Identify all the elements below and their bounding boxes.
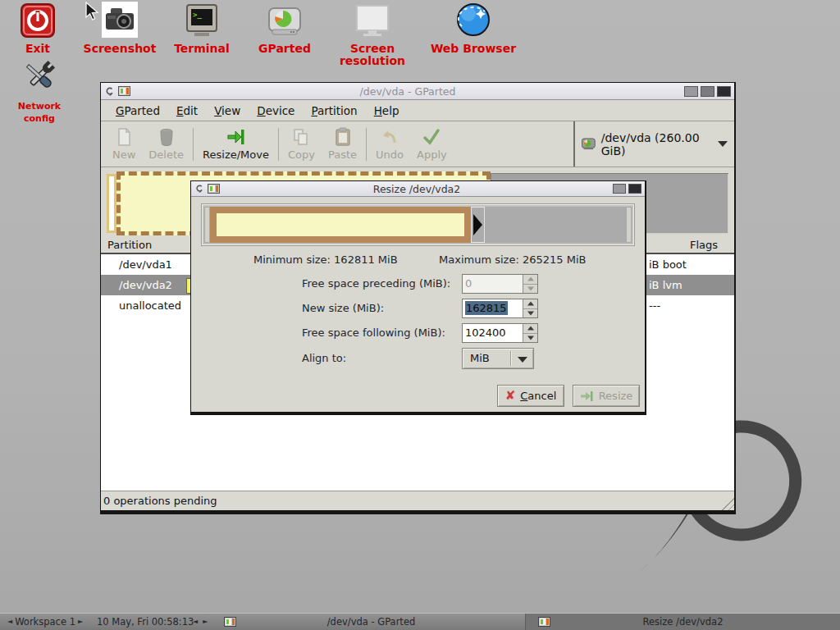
column-header-flags[interactable]: Flags <box>642 239 734 255</box>
task-button-gparted[interactable]: /dev/vda - GParted <box>217 614 525 630</box>
copy-button[interactable]: Copy <box>281 125 322 163</box>
desktop-icon-label: Screen resolution <box>340 42 405 67</box>
statusbar: 0 operations pending <box>101 491 734 510</box>
workspace-label: Workspace 1 <box>15 616 75 628</box>
task-label: /dev/vda - GParted <box>217 616 525 628</box>
flags-fragment: --- <box>649 295 660 316</box>
mouse-cursor <box>84 2 101 21</box>
minimum-size-label: Minimum size: 162811 MiB <box>253 253 398 266</box>
resize-grip[interactable] <box>721 497 734 510</box>
align-to-dropdown[interactable]: MiB <box>462 348 534 369</box>
desktop-icon-exit[interactable]: Exit <box>12 3 63 55</box>
free-space-following-row: Free space following (MiB): 102400 <box>191 323 645 343</box>
gparted-disk-icon <box>267 5 302 38</box>
cancel-button[interactable]: ✘ Cancel <box>497 385 564 407</box>
undo-button[interactable]: Undo <box>369 125 410 163</box>
paste-button[interactable]: Paste <box>322 125 363 163</box>
right-resize-handle[interactable] <box>471 207 485 243</box>
new-icon <box>115 127 133 147</box>
align-to-row: Align to: MiB <box>191 348 645 369</box>
desktop-icon-terminal[interactable]: >_ Terminal <box>167 3 237 55</box>
field-label: Align to: <box>302 348 346 369</box>
main-titlebar[interactable]: /dev/vda - GParted <box>101 83 734 100</box>
arrow-right-icon[interactable]: ► <box>75 618 85 626</box>
menu-partition[interactable]: Partition <box>303 102 365 120</box>
pager-arrows[interactable]: ◄ ► <box>190 614 210 630</box>
device-label: /dev/vda (260.00 GiB) <box>601 131 712 158</box>
menu-device[interactable]: Device <box>249 102 303 120</box>
resize-move-button[interactable]: Resize/Move <box>196 125 276 163</box>
task-button-resize-dialog[interactable]: Resize /dev/vda2 <box>525 614 840 630</box>
toolbar-separator <box>278 128 279 161</box>
apply-button[interactable]: Apply <box>410 125 454 163</box>
new-button[interactable]: New <box>106 125 142 163</box>
debian-swirl-icon <box>194 184 204 194</box>
flags-fragment: iB boot <box>649 254 687 275</box>
desktop-icon-label: Terminal <box>174 42 230 55</box>
toolbar: New Delete Resize/Move Copy Paste <box>101 121 734 167</box>
desktop-icon-web-browser[interactable]: Web Browser <box>428 2 518 55</box>
resize-button[interactable]: Resize <box>573 385 640 407</box>
arrow-right-icon <box>473 214 482 235</box>
new-size-spinner[interactable]: 162815 <box>462 299 538 318</box>
chevron-down-icon <box>518 357 527 363</box>
partition-resize-area[interactable] <box>210 207 471 243</box>
spin-down-icon <box>523 285 537 294</box>
spin-buttons[interactable] <box>523 299 537 317</box>
taskbar: ◄ Workspace 1 ► 10 May, Fri 00:58:13 ◄ ►… <box>0 613 840 630</box>
desktop-icon-label: Exit <box>25 42 50 55</box>
partition-fill <box>217 213 464 236</box>
resize-dialog: Resize /dev/vda2 Minimum size: 162811 Mi… <box>190 180 646 415</box>
paste-icon <box>334 127 352 147</box>
spin-down-icon <box>523 334 537 343</box>
device-selector[interactable]: /dev/vda (260.00 GiB) <box>573 121 734 167</box>
menu-view[interactable]: View <box>206 102 249 120</box>
spin-buttons[interactable] <box>523 324 537 342</box>
debian-swirl-icon <box>104 86 115 97</box>
desktop-icon-label: Network config <box>18 101 61 124</box>
menu-edit[interactable]: Edit <box>168 102 206 120</box>
task-label: Resize /dev/vda2 <box>526 616 840 628</box>
menu-gparted[interactable]: GParted <box>107 102 168 120</box>
spin-up-icon <box>523 275 537 285</box>
close-button[interactable] <box>717 86 731 97</box>
toolbar-separator <box>193 128 194 161</box>
copy-icon <box>291 127 311 147</box>
workspace-switcher[interactable]: ◄ Workspace 1 ► <box>5 614 85 630</box>
partition-segment-vda1[interactable] <box>107 174 116 233</box>
desktop-icon-screen-resolution[interactable]: Screen resolution <box>318 5 427 67</box>
arrow-left-icon[interactable]: ◄ <box>5 618 15 626</box>
globe-icon <box>455 2 491 38</box>
shade-button[interactable] <box>684 86 698 97</box>
monitor-icon <box>354 5 390 38</box>
right-edge-grip[interactable] <box>626 207 632 243</box>
close-button[interactable] <box>628 184 641 194</box>
left-resize-grip[interactable] <box>204 207 210 243</box>
resize-slider-widget <box>201 203 635 246</box>
maximize-button[interactable] <box>701 86 714 97</box>
menu-help[interactable]: Help <box>366 102 408 120</box>
dropdown-value: MiB <box>470 352 490 364</box>
new-size-row: New size (MiB): 162815 <box>191 299 645 318</box>
desktop-icon-network-config[interactable]: Network config <box>3 57 75 125</box>
desktop-icon-label: Screenshot <box>84 42 157 55</box>
delete-button[interactable]: Delete <box>142 125 190 163</box>
desktop-icon-gparted[interactable]: GParted <box>249 5 321 55</box>
column-header-partition[interactable]: Partition <box>107 239 152 251</box>
delete-icon <box>158 127 176 147</box>
unallocated-area <box>485 207 626 243</box>
maximize-button[interactable] <box>613 184 626 194</box>
free-space-preceding-row: Free space preceding (MiB): 0 <box>191 274 645 294</box>
field-label: Free space following (MiB): <box>302 323 445 343</box>
chevron-down-icon <box>718 141 728 147</box>
svg-text:>_: >_ <box>193 11 202 19</box>
gparted-window-icon <box>118 86 130 96</box>
dialog-titlebar[interactable]: Resize /dev/vda2 <box>191 181 645 197</box>
cancel-x-icon: ✘ <box>505 390 516 402</box>
desktop-icon-label: GParted <box>258 42 311 55</box>
clock: 10 May, Fri 00:58:13 <box>97 614 194 630</box>
arrow-left-icon[interactable]: ◄ <box>190 618 200 626</box>
desktop-icon-label: Web Browser <box>431 42 516 55</box>
arrow-right-icon[interactable]: ► <box>200 618 210 626</box>
free-space-following-spinner[interactable]: 102400 <box>462 323 538 343</box>
